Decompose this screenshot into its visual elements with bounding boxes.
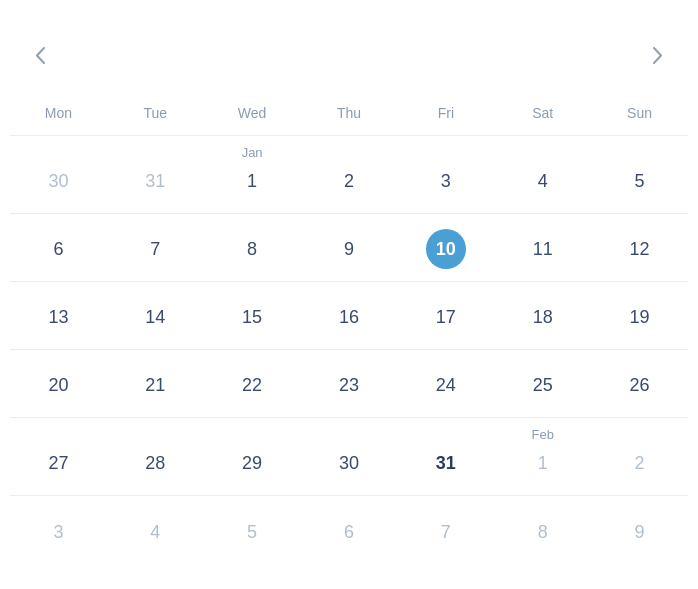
day-cell[interactable]: 23 [301, 350, 398, 418]
day-number: 26 [620, 365, 660, 405]
day-cell[interactable]: 2 [301, 136, 398, 214]
day-number: 4 [135, 512, 175, 552]
weekday-header-wed: Wed [204, 99, 301, 136]
day-cell[interactable]: 11 [494, 214, 591, 282]
day-number: 31 [135, 161, 175, 201]
day-cell[interactable]: 8 [494, 496, 591, 564]
weekday-header-tue: Tue [107, 99, 204, 136]
day-number: 31 [426, 443, 466, 483]
day-cell[interactable]: 3 [397, 136, 494, 214]
day-cell[interactable]: 7 [397, 496, 494, 564]
day-cell[interactable]: 25 [494, 350, 591, 418]
day-number: 5 [232, 512, 272, 552]
day-number: 17 [426, 297, 466, 337]
day-cell[interactable]: 5 [591, 136, 688, 214]
day-cell[interactable]: 10 [397, 214, 494, 282]
day-cell[interactable]: 19 [591, 282, 688, 350]
day-number: 6 [329, 512, 369, 552]
day-number: 30 [329, 443, 369, 483]
day-number: 14 [135, 297, 175, 337]
day-cell[interactable]: 3 [10, 496, 107, 564]
weekday-header-sat: Sat [494, 99, 591, 136]
day-cell[interactable]: 31 [107, 136, 204, 214]
day-cell[interactable]: 26 [591, 350, 688, 418]
day-number: 25 [523, 365, 563, 405]
day-cell[interactable]: 5 [204, 496, 301, 564]
day-cell[interactable]: 18 [494, 282, 591, 350]
day-cell[interactable]: 6 [10, 214, 107, 282]
day-number: 8 [523, 512, 563, 552]
day-number: 1 [523, 443, 563, 483]
day-number: 18 [523, 297, 563, 337]
day-cell[interactable]: 21 [107, 350, 204, 418]
calendar: MonTueWedThuFriSatSun3031Jan123456789101… [0, 15, 698, 574]
day-cell[interactable]: 29 [204, 418, 301, 496]
day-cell[interactable]: 4 [494, 136, 591, 214]
next-month-button[interactable] [638, 35, 678, 75]
day-number: 20 [38, 365, 78, 405]
day-number: 9 [329, 229, 369, 269]
day-number: 1 [232, 161, 272, 201]
day-number: 15 [232, 297, 272, 337]
day-cell[interactable]: 27 [10, 418, 107, 496]
day-number: 3 [38, 512, 78, 552]
day-number: 2 [620, 443, 660, 483]
day-cell[interactable]: 17 [397, 282, 494, 350]
prev-month-button[interactable] [20, 35, 60, 75]
day-number: 23 [329, 365, 369, 405]
day-number: 21 [135, 365, 175, 405]
day-cell[interactable]: 28 [107, 418, 204, 496]
calendar-grid: MonTueWedThuFriSatSun3031Jan123456789101… [10, 99, 688, 564]
day-number: 12 [620, 229, 660, 269]
day-cell[interactable]: 8 [204, 214, 301, 282]
day-cell[interactable]: 30 [10, 136, 107, 214]
day-number: 9 [620, 512, 660, 552]
day-number: 10 [426, 229, 466, 269]
day-cell[interactable]: 31 [397, 418, 494, 496]
weekday-header-thu: Thu [301, 99, 398, 136]
day-number: 27 [38, 443, 78, 483]
day-cell[interactable]: 24 [397, 350, 494, 418]
day-number: 22 [232, 365, 272, 405]
day-number: 29 [232, 443, 272, 483]
day-number: 7 [426, 512, 466, 552]
day-number: 13 [38, 297, 78, 337]
day-number: 6 [38, 229, 78, 269]
day-number: 24 [426, 365, 466, 405]
day-number: 28 [135, 443, 175, 483]
month-label: Feb [532, 428, 554, 441]
day-number: 5 [620, 161, 660, 201]
day-cell[interactable]: 22 [204, 350, 301, 418]
day-number: 30 [38, 161, 78, 201]
day-cell[interactable]: Feb1 [494, 418, 591, 496]
day-cell[interactable]: Jan1 [204, 136, 301, 214]
day-number: 16 [329, 297, 369, 337]
month-label: Jan [242, 146, 263, 159]
day-cell[interactable]: 13 [10, 282, 107, 350]
calendar-header [10, 35, 688, 75]
day-cell[interactable]: 14 [107, 282, 204, 350]
day-cell[interactable]: 2 [591, 418, 688, 496]
weekday-header-mon: Mon [10, 99, 107, 136]
day-number: 4 [523, 161, 563, 201]
weekday-header-fri: Fri [397, 99, 494, 136]
weekday-header-sun: Sun [591, 99, 688, 136]
day-cell[interactable]: 4 [107, 496, 204, 564]
day-number: 19 [620, 297, 660, 337]
day-cell[interactable]: 9 [301, 214, 398, 282]
day-cell[interactable]: 30 [301, 418, 398, 496]
day-cell[interactable]: 9 [591, 496, 688, 564]
day-number: 11 [523, 229, 563, 269]
day-cell[interactable]: 20 [10, 350, 107, 418]
day-number: 8 [232, 229, 272, 269]
day-number: 7 [135, 229, 175, 269]
day-cell[interactable]: 6 [301, 496, 398, 564]
day-number: 3 [426, 161, 466, 201]
day-cell[interactable]: 15 [204, 282, 301, 350]
day-cell[interactable]: 12 [591, 214, 688, 282]
day-number: 2 [329, 161, 369, 201]
day-cell[interactable]: 16 [301, 282, 398, 350]
day-cell[interactable]: 7 [107, 214, 204, 282]
